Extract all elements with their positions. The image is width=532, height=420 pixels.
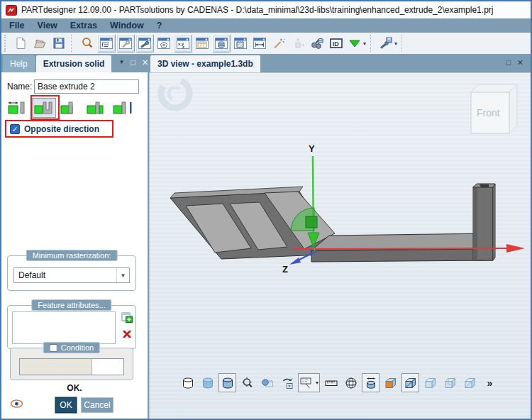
toolbar-separator	[370, 35, 375, 52]
view-shaded-button[interactable]	[199, 373, 216, 392]
sketcher-button[interactable]	[155, 34, 173, 52]
menu-file[interactable]: File	[3, 18, 31, 33]
value-table-button[interactable]	[193, 34, 211, 52]
extrude-up-to-plane-button[interactable]	[111, 98, 135, 118]
view-cube-3-button[interactable]	[461, 373, 479, 392]
cancel-button[interactable]: Cancel	[81, 397, 113, 413]
magnifier-icon	[80, 36, 94, 50]
mesh-display-button[interactable]	[342, 373, 360, 392]
mesh-sphere-icon	[344, 376, 358, 390]
menu-window[interactable]: Window	[104, 18, 150, 33]
more-tools-button[interactable]: »	[481, 373, 499, 392]
rotate-watermark-icon	[156, 74, 194, 112]
name-row: Name:	[1, 79, 148, 94]
3d-scene[interactable]: Front	[149, 72, 531, 419]
tools-button[interactable]	[116, 34, 135, 52]
menu-view[interactable]: View	[31, 18, 64, 33]
zoom-fit-button[interactable]	[238, 373, 256, 392]
extrusion-window-button[interactable]	[212, 34, 231, 52]
id-display-button[interactable]: ID	[327, 34, 345, 52]
tab-3d-view[interactable]: 3D view - example1.3db	[150, 55, 260, 72]
surface-window-button[interactable]	[231, 34, 250, 52]
placement-button	[289, 34, 307, 52]
feature-attributes-input[interactable]	[12, 311, 116, 344]
section-view-button[interactable]	[401, 373, 419, 392]
min-rasterization-value: Default	[18, 270, 45, 280]
extrude-mid-plane-button[interactable]	[84, 98, 109, 118]
panel-menu-icon[interactable]: ▼	[118, 60, 124, 65]
tab-extrusion-solid[interactable]: Extrusion solid	[36, 55, 112, 72]
view-cube-1-button[interactable]	[421, 373, 439, 392]
move-icon	[291, 36, 305, 50]
3d-viewport[interactable]: Front	[149, 72, 531, 419]
view-shaded-edges-button[interactable]	[218, 373, 236, 392]
status-text: OK.	[1, 383, 148, 393]
opposite-direction-label: Opposite direction	[24, 124, 99, 134]
ok-button[interactable]: OK	[55, 397, 77, 413]
name-input[interactable]	[34, 79, 139, 94]
extrude-fixed-length-button[interactable]	[6, 98, 30, 118]
menu-extras[interactable]: Extras	[64, 18, 104, 33]
open-file-button[interactable]	[31, 34, 49, 52]
zoom-search-button[interactable]	[78, 34, 96, 52]
left-tab-bar: HelpExtrusion solid ▼ □ ✕	[1, 54, 148, 72]
save-file-button[interactable]	[50, 34, 68, 52]
extrude-up-to-surface-icon	[33, 100, 55, 116]
extrude-through-all-button[interactable]	[58, 98, 82, 118]
condition-group: Condition	[10, 348, 133, 380]
cyl-solid-icon	[201, 376, 215, 390]
save-part-button[interactable]: ▾	[377, 34, 399, 52]
part-editor-button[interactable]	[135, 34, 154, 52]
caret-down-icon: ▾	[394, 40, 397, 47]
preview-eye-icon[interactable]	[10, 399, 23, 411]
cyl-dimension-icon	[364, 376, 378, 390]
rotation-animation-button[interactable]	[278, 373, 296, 392]
condition-checkbox[interactable]	[50, 344, 57, 352]
wizard-button[interactable]	[270, 34, 288, 52]
feature-attributes-title: Feature attributes...	[31, 299, 111, 311]
page-new-icon	[13, 36, 28, 50]
history-tree-button[interactable]	[97, 34, 116, 52]
view-wireframe-button[interactable]	[179, 373, 196, 392]
transparency-button[interactable]	[258, 373, 276, 392]
combo-arrow-icon[interactable]: ▼	[116, 268, 129, 282]
win-xyz-icon: x,yz	[176, 36, 190, 50]
delete-attribute-icon[interactable]	[122, 329, 132, 342]
right-tab-bar: 3D view - example1.3db □ ✕	[149, 54, 531, 72]
clip-face-icon	[384, 376, 398, 390]
win-hatch-icon	[233, 36, 248, 50]
clipping-plane-button[interactable]	[382, 373, 399, 392]
view-cube[interactable]: Front	[471, 84, 517, 133]
dimension-window-button[interactable]	[250, 34, 269, 52]
direction-select-button[interactable]: ▾	[346, 34, 367, 52]
toolbar-grip	[4, 35, 9, 52]
view-close-icon[interactable]: ✕	[517, 59, 523, 67]
new-file-button[interactable]	[11, 34, 30, 52]
extruded-model[interactable]	[170, 184, 495, 262]
view-cube-2-button[interactable]	[441, 373, 459, 392]
ruler-icon	[324, 376, 338, 390]
extrude-up-to-surface-button[interactable]	[32, 98, 56, 118]
variables-button[interactable]: x,yz	[174, 34, 192, 52]
min-rasterization-select[interactable]: Default ▼	[13, 267, 130, 283]
menu-bar: FileViewExtrasWindow?	[1, 18, 531, 33]
dimensioning-button[interactable]	[362, 373, 379, 392]
tab-help[interactable]: Help	[3, 55, 35, 72]
win-sketch-icon	[157, 36, 171, 50]
app-icon	[6, 5, 17, 16]
opposite-direction-checkbox[interactable]: ✓	[10, 124, 20, 134]
win-extrude-icon	[214, 36, 228, 50]
annotations-button[interactable]: ▾	[298, 373, 320, 392]
title-bar: PARTdesigner 12.09.00 - PARTsolutions by…	[1, 1, 531, 18]
panel-close-icon[interactable]: ✕	[142, 59, 148, 67]
measure-button[interactable]	[322, 373, 340, 392]
cyl-edges-icon	[221, 376, 235, 390]
view-maximize-icon[interactable]: □	[506, 59, 511, 67]
label-callout-icon	[299, 376, 314, 390]
menu-[interactable]: ?	[150, 18, 169, 33]
min-rasterization-group: Minimum rasterization: Default ▼	[7, 255, 136, 291]
add-attribute-icon[interactable]	[121, 311, 133, 326]
panel-maximize-icon[interactable]: □	[131, 59, 135, 67]
extrusion-panel: HelpExtrusion solid ▼ □ ✕ Name: ✓ Opposi…	[1, 54, 148, 419]
part-search-button[interactable]	[308, 34, 326, 52]
